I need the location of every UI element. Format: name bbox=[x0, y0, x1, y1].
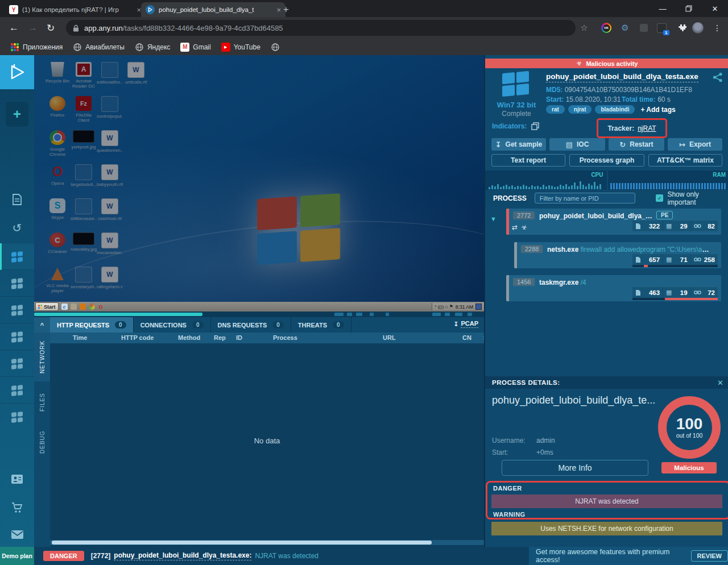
text-report-button[interactable]: Text report bbox=[491, 154, 565, 167]
new-task-button[interactable]: + bbox=[6, 102, 28, 127]
process-row[interactable]: 2288 netsh.exe firewall add allowedprogr… bbox=[514, 242, 721, 268]
files-icon bbox=[635, 256, 641, 263]
scrollbar-thumb[interactable] bbox=[52, 541, 432, 545]
tag[interactable]: bladabindi bbox=[595, 105, 635, 114]
vm-app-icon[interactable] bbox=[80, 304, 86, 310]
bookmark-aviabilety[interactable]: Авиабилеты bbox=[73, 43, 125, 52]
process-row[interactable]: 1456 taskmgr.exe /4 463 ▦19 72 bbox=[506, 275, 721, 301]
warning-detection-item[interactable]: Uses NETSH.EXE for network configuration bbox=[491, 522, 722, 535]
bookmark-apps[interactable]: Приложения bbox=[10, 43, 63, 52]
ioc-button[interactable]: ▤IOC bbox=[549, 138, 605, 151]
mail-icon[interactable] bbox=[0, 530, 34, 539]
sidebar-task-1[interactable] bbox=[0, 243, 34, 270]
process-details-header: PROCESS DETAILS: ✕ bbox=[485, 376, 728, 389]
tasks-list-icon[interactable] bbox=[0, 194, 34, 205]
tab-connections[interactable]: CONNECTIONS0 bbox=[134, 317, 211, 333]
forward-icon[interactable]: → bbox=[28, 22, 38, 34]
more-info-button[interactable]: More Info bbox=[502, 460, 648, 476]
get-sample-button[interactable]: ↧Get sample bbox=[491, 138, 546, 151]
timeline-scrubber[interactable] bbox=[34, 311, 484, 317]
tab-network[interactable]: NETWORK bbox=[34, 333, 50, 381]
tab-files[interactable]: FILES bbox=[34, 385, 50, 419]
window-maximize-button[interactable] bbox=[676, 0, 702, 17]
puzzle-extensions-icon[interactable] bbox=[676, 22, 688, 34]
extension-badge: 1 bbox=[663, 30, 669, 35]
horizontal-scrollbar[interactable] bbox=[50, 540, 484, 545]
reload-icon[interactable]: ↻ bbox=[47, 22, 55, 34]
profile-icon[interactable] bbox=[0, 475, 34, 484]
vm-start-button[interactable]: Start bbox=[35, 302, 59, 311]
vm-ie-icon[interactable]: e bbox=[61, 304, 68, 310]
bookmark-youtube[interactable]: ▶ YouTube bbox=[221, 43, 260, 52]
pe-badge[interactable]: PE bbox=[656, 211, 673, 219]
cube-extension-icon[interactable]: 1 bbox=[655, 22, 668, 34]
address-bar[interactable]: app.any.run/tasks/fd88b332-4466-4e98-9a7… bbox=[66, 20, 576, 36]
sidebar-task-4[interactable] bbox=[0, 323, 34, 350]
tab-close-icon[interactable]: × bbox=[136, 6, 141, 14]
tab-close-icon[interactable]: × bbox=[276, 6, 281, 14]
share-icon[interactable] bbox=[713, 72, 723, 85]
status-filename[interactable]: pohuy_poidet_luboi_build_dlya_testa.exe: bbox=[114, 551, 251, 560]
network-panel: ^ NETWORK FILES DEBUG HTTP REQUESTS0 CON… bbox=[34, 317, 484, 547]
gear-extension-icon[interactable]: ⚙ bbox=[619, 22, 631, 34]
tag[interactable]: rat bbox=[546, 105, 565, 114]
dim-extension-icon[interactable] bbox=[638, 22, 650, 34]
copy-icon[interactable] bbox=[531, 122, 540, 130]
globe-icon bbox=[73, 43, 82, 52]
bookmark-gmail[interactable]: M Gmail bbox=[180, 43, 210, 52]
back-icon[interactable]: ← bbox=[9, 22, 19, 34]
window-close-button[interactable]: ✕ bbox=[702, 0, 728, 17]
demo-plan-label[interactable]: Demo plan bbox=[0, 547, 34, 565]
show-only-important-checkbox[interactable]: ✓ bbox=[656, 194, 663, 202]
danger-detection-item[interactable]: NJRAT was detected bbox=[491, 495, 722, 508]
restart-button[interactable]: ↻Restart bbox=[609, 138, 664, 151]
sample-filename[interactable]: pohuy_poidet_luboi_build_dlya_testa.exe bbox=[546, 72, 698, 82]
tab-threats[interactable]: THREATS0 bbox=[291, 317, 351, 333]
sidebar-task-2[interactable] bbox=[0, 269, 34, 297]
anyrun-logo[interactable] bbox=[0, 55, 34, 89]
tab-http-requests[interactable]: HTTP REQUESTS0 bbox=[50, 317, 134, 333]
resource-meters: CPU RAM bbox=[485, 171, 728, 190]
export-button[interactable]: ↦Export bbox=[668, 138, 722, 151]
indicators-label[interactable]: Indicators: bbox=[492, 122, 540, 130]
browser-tab-inactive[interactable]: Y (1) Как определить njRAT? | Игр × bbox=[5, 2, 146, 17]
browser-menu-icon[interactable]: ⋮ bbox=[711, 22, 723, 34]
processes-graph-button[interactable]: Processes graph bbox=[569, 154, 644, 167]
vm-screen[interactable]: Recycle BinAAcrobat Reader DCeditionalth… bbox=[34, 55, 484, 317]
tracker-link[interactable]: njRAT bbox=[638, 124, 656, 132]
attack-matrix-button[interactable]: ATT&CK™ matrix bbox=[648, 154, 722, 167]
sidebar-task-3[interactable] bbox=[0, 296, 34, 323]
bookmark-star-icon[interactable]: ☆ bbox=[578, 22, 590, 34]
cart-icon[interactable] bbox=[0, 502, 34, 513]
close-icon[interactable]: ✕ bbox=[717, 379, 723, 387]
pcap-download[interactable]: ↧ PCAP bbox=[453, 320, 478, 328]
tags-row: rat njrat bladabindi + Add tags bbox=[546, 105, 676, 114]
process-row[interactable]: 2772 pohuy_poidet_luboi_build_dlya_testa… bbox=[506, 209, 721, 235]
count-badge: 0 bbox=[192, 321, 204, 329]
browser-tab-active[interactable]: pohuy_poidet_luboi_build_dlya_t × bbox=[141, 2, 286, 17]
history-icon[interactable]: ↺ bbox=[0, 221, 34, 235]
tab-debug[interactable]: DEBUG bbox=[34, 424, 50, 460]
tab-dns-requests[interactable]: DNS REQUESTS0 bbox=[211, 317, 291, 333]
review-button[interactable]: REVIEW bbox=[691, 550, 728, 562]
collapse-panel-button[interactable]: ^ bbox=[34, 317, 50, 333]
sidebar-task-6[interactable] bbox=[0, 376, 34, 404]
profile-avatar[interactable] bbox=[692, 22, 704, 34]
bookmark-globe[interactable] bbox=[271, 43, 283, 52]
sidebar-task-5[interactable] bbox=[0, 350, 34, 377]
bookmark-yandex[interactable]: Яндекс bbox=[135, 43, 170, 52]
tag[interactable]: njrat bbox=[568, 105, 592, 114]
sidebar-task-7[interactable] bbox=[0, 403, 34, 430]
collapse-tree-icon[interactable]: ▼ bbox=[490, 215, 497, 222]
vm-opera-icon[interactable]: O bbox=[98, 304, 104, 310]
vk-extension-icon[interactable]: VK bbox=[600, 22, 613, 34]
malicious-verdict-button[interactable]: Malicious bbox=[661, 462, 717, 473]
window-minimize-button[interactable]: — bbox=[650, 0, 676, 17]
new-tab-button[interactable]: + bbox=[283, 4, 289, 15]
vm-chrome-icon[interactable] bbox=[89, 304, 95, 310]
vm-folder-icon[interactable] bbox=[71, 304, 77, 310]
process-filter-input[interactable] bbox=[535, 193, 636, 203]
registry-icon: ▦ bbox=[666, 256, 672, 263]
add-tags-button[interactable]: + Add tags bbox=[640, 106, 675, 114]
files-icon bbox=[635, 223, 641, 230]
